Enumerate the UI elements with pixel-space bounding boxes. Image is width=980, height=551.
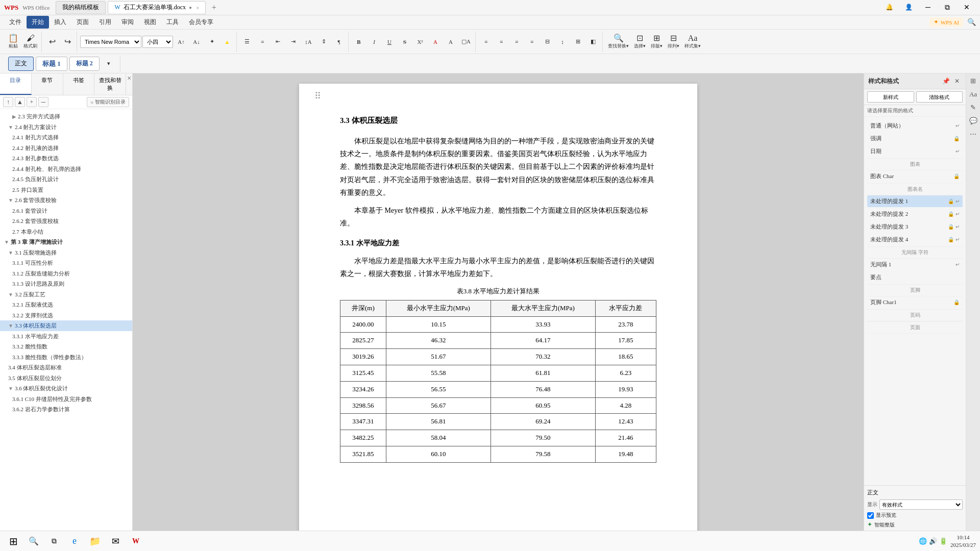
para-spacing-button[interactable]: ⇕ — [316, 34, 331, 50]
restore-button[interactable]: ⧉ — [938, 0, 957, 15]
indent-increase-button[interactable]: ⇥ — [286, 34, 300, 50]
toc-item-3-3-3[interactable]: 3.3.3 脆性指数（弹性参数法） — [0, 352, 132, 363]
toc-item-3-1-3[interactable]: 3.1.3 设计思路及原则 — [0, 279, 132, 289]
font-decrease-button[interactable]: A↓ — [189, 34, 204, 50]
tab-doc[interactable]: W 石工大赛采油单项.docx ● × — [108, 1, 206, 14]
sort-button[interactable]: ↕A — [301, 34, 315, 50]
tab-bookmark[interactable]: 书签 — [63, 73, 95, 95]
toc-item-3-1-1[interactable]: 3.1.1 可压性分析 — [0, 258, 132, 268]
menu-page[interactable]: 页面 — [71, 16, 94, 29]
toc-collapse-all-button[interactable]: ↑ — [3, 97, 13, 107]
align-center-button[interactable]: ≡ — [494, 34, 508, 50]
toc-item-2-4-3[interactable]: 2.4.3 射孔参数优选 — [0, 153, 132, 164]
taskbar-edge-button[interactable]: e — [65, 532, 84, 550]
tab-my-template[interactable]: 我的稿纸模板 — [56, 1, 106, 14]
style-heading1-button[interactable]: 标题 1 — [36, 57, 67, 71]
style-normal-button[interactable]: 正文 — [8, 57, 34, 71]
toc-item-2-5[interactable]: 2.5 井口装置 — [0, 185, 132, 195]
new-style-button[interactable]: 新样式 — [867, 91, 914, 103]
rs-comment-icon[interactable]: 💬 — [968, 115, 979, 127]
toc-item-3-3-1[interactable]: 3.3.1 水平地应力差 — [0, 331, 132, 342]
rs-expand-icon[interactable]: ⊞ — [968, 76, 979, 87]
wps-ai-button[interactable]: ✦ WPS AI — [929, 17, 963, 27]
toc-item-2-4[interactable]: ▼2.4 射孔方案设计 — [0, 122, 132, 133]
toc-item-2-6-2[interactable]: 2.6.2 套管强度校核 — [0, 216, 132, 227]
borders-button[interactable]: ⊞ — [571, 34, 585, 50]
toc-item-3-6-1[interactable]: 3.6.1 C10 井缝层特性及完井参数 — [0, 394, 132, 405]
justify-button[interactable]: ≡ — [525, 34, 539, 50]
style-item-suggestion4[interactable]: 未处理的提发 4 🔒 ↵ — [867, 234, 963, 245]
menu-member[interactable]: 会员专享 — [184, 16, 218, 29]
toc-item-3-2-2[interactable]: 3.2.2 支撑剂优选 — [0, 310, 132, 321]
right-panel-pin-icon[interactable]: 📌 — [941, 77, 950, 86]
toc-item-3-3-2[interactable]: 3.3.2 脆性指数 — [0, 341, 132, 352]
style-item-normal-web[interactable]: 普通（网站） ↵ — [867, 120, 963, 132]
account-icon[interactable]: 👤 — [899, 0, 918, 15]
toc-collapse-button[interactable]: ─ — [38, 97, 48, 107]
strikethrough-button[interactable]: S — [398, 34, 412, 50]
style-item-suggestion2[interactable]: 未处理的提发 2 🔒 ↵ — [867, 208, 963, 220]
rp-preview-row[interactable]: 显示预览 — [867, 512, 963, 519]
toc-up-button[interactable]: ▲ — [15, 97, 25, 107]
menu-view[interactable]: 视图 — [139, 16, 161, 29]
toc-item-2-4-5[interactable]: 2.4.5 负压射孔设计 — [0, 174, 132, 185]
toc-item-2-4-1[interactable]: 2.4.1 射孔方式选择 — [0, 132, 132, 143]
style-item-chart-char[interactable]: 图表 Char 🔒 — [867, 170, 963, 182]
right-panel-close-icon[interactable]: ✕ — [952, 77, 962, 86]
toc-item-3-5[interactable]: 3.5 体积压裂层位划分 — [0, 373, 132, 384]
bullet-list-button[interactable]: ☰ — [240, 34, 254, 50]
toc-item-3-6-2[interactable]: 3.6.2 岩石力学参数计算 — [0, 404, 132, 415]
taskbar-mail-button[interactable]: ✉ — [106, 532, 125, 550]
highlight-button[interactable]: ▲ — [220, 34, 234, 50]
toc-item-3-2-1[interactable]: 3.2.1 压裂液优选 — [0, 299, 132, 310]
menu-references[interactable]: 引用 — [94, 16, 116, 29]
rs-more-icon[interactable]: ⋯ — [968, 129, 979, 140]
toc-item-3-4[interactable]: 3.4 体积压裂选层标准 — [0, 362, 132, 373]
toc-item-3-6[interactable]: ▼3.6 体积压裂优化设计 — [0, 383, 132, 394]
taskbar-task-view-button[interactable]: ⧉ — [45, 532, 63, 550]
close-button[interactable]: ✕ — [958, 0, 976, 15]
minimize-button[interactable]: ─ — [919, 0, 937, 15]
font-increase-button[interactable]: A↑ — [174, 34, 188, 50]
taskbar-explorer-button[interactable]: 📁 — [86, 532, 104, 550]
rp-preview-checkbox[interactable] — [867, 512, 874, 519]
menu-home[interactable]: 开始 — [27, 16, 49, 29]
toc-expand-button[interactable]: + — [27, 97, 37, 107]
style-item-footer-char1[interactable]: 页脚 Char1 🔒 — [867, 296, 963, 308]
tab-toc[interactable]: 目录 — [0, 73, 32, 95]
underline-button[interactable]: U — [382, 34, 397, 50]
rs-styles-icon[interactable]: Aa — [968, 89, 979, 100]
clear-format-button[interactable]: ✦ — [205, 34, 219, 50]
align-left-button[interactable]: ≡ — [479, 34, 493, 50]
style-item-no-gap1[interactable]: 无间隔 1 ↵ — [867, 259, 963, 270]
toc-item-2-7[interactable]: 2.7 本章小结 — [0, 227, 132, 237]
toc-item-3-1-2[interactable]: 3.1.2 压裂造缝能力分析 — [0, 268, 132, 279]
find-replace-button[interactable]: 🔍 查找替换▾ — [606, 34, 631, 50]
toc-item-2-4-2[interactable]: 2.4.2 射孔液的选择 — [0, 143, 132, 154]
font-name-select[interactable]: Times New Roma — [80, 36, 141, 48]
number-list-button[interactable]: ≡ — [255, 34, 270, 50]
style-item-keypoint[interactable]: 要点 — [867, 271, 963, 283]
italic-button[interactable]: I — [367, 34, 381, 50]
font-size-select[interactable]: 小四 — [142, 36, 173, 48]
taskbar-start-button[interactable]: ⊞ — [4, 532, 22, 550]
toc-item-2-3[interactable]: ▶2.3 完井方式选择 — [0, 111, 132, 122]
menu-file[interactable]: 文件 — [4, 16, 27, 29]
column-button[interactable]: ⊟ 排列▾ — [666, 34, 681, 50]
tab-doc-close-icon[interactable]: × — [196, 5, 199, 11]
rp-display-select[interactable]: 有效样式 — [879, 499, 963, 510]
toc-ai-button[interactable]: ○ 智能识别目录 — [87, 97, 129, 107]
paste-button[interactable]: 📋 粘贴 — [6, 34, 20, 50]
taskbar-search-button[interactable]: 🔍 — [24, 532, 43, 550]
style-set-button[interactable]: Aa 样式集▾ — [682, 34, 703, 50]
doc-handle-icon[interactable]: ⠿ — [314, 89, 321, 104]
menu-tools[interactable]: 工具 — [161, 16, 184, 29]
undo-button[interactable]: ↩ — [45, 34, 59, 50]
char-shading-button[interactable]: A — [444, 34, 458, 50]
doc-page[interactable]: ⠿ 3.3 体积压裂选层 体积压裂是以在地层中获得复杂裂缝网络为目的的一种增产手… — [299, 84, 697, 531]
toc-item-2-4-4[interactable]: 2.4.4 射孔枪、射孔弹的选择 — [0, 164, 132, 174]
select-button[interactable]: ⊡ 选择▾ — [632, 34, 648, 50]
line-spacing-button[interactable]: ↕ — [555, 34, 570, 50]
text-border-button[interactable]: ▢A — [459, 34, 473, 50]
menu-insert[interactable]: 插入 — [49, 16, 71, 29]
